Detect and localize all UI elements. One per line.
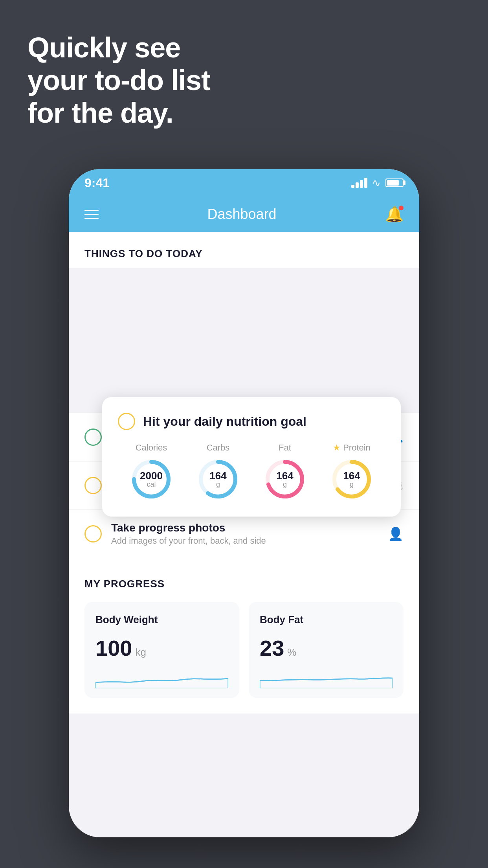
carbs-donut: 164 g [196,458,240,501]
body-fat-unit: % [287,646,296,658]
todo-circle-photos [84,525,102,542]
notification-bell-icon[interactable]: 🔔 [385,206,404,223]
fat-label: Fat [279,443,291,453]
body-weight-value-row: 100 kg [95,635,228,661]
headline: Quickly see your to-do list for the day. [28,31,210,129]
my-progress-section: MY PROGRESS Body Weight 100 kg Body Fat … [69,558,419,714]
carbs-label: Carbs [207,443,230,453]
body-fat-value: 23 [260,635,284,661]
todo-sub-photos: Add images of your front, back, and side [111,536,378,546]
body-weight-unit: kg [135,646,146,658]
nutrition-checkbox[interactable] [118,413,135,430]
header-title: Dashboard [207,206,276,223]
todo-title-photos: Take progress photos [111,522,378,534]
fat-unit: g [276,481,293,488]
calories-item: Calories 2000 cal [130,443,173,501]
my-progress-title: MY PROGRESS [84,578,404,590]
phone-mockup: 9:41 ∿ Dashboard 🔔 THINGS TO DO T [69,169,419,837]
wifi-icon: ∿ [372,177,381,189]
todo-circle-track-body [84,477,102,494]
nutrition-card: Hit your daily nutrition goal Calories 2… [102,397,401,517]
todo-item-photos[interactable]: Take progress photos Add images of your … [69,510,419,558]
battery-icon [385,178,404,187]
fat-item: Fat 164 g [263,443,306,501]
protein-unit: g [343,481,360,488]
status-time: 9:41 [84,176,110,190]
todo-circle-running [84,428,102,446]
headline-line2: your to-do list [28,64,210,97]
body-fat-card[interactable]: Body Fat 23 % [249,602,404,698]
carbs-value: 164 [209,471,226,481]
body-weight-title: Body Weight [95,614,228,626]
headline-line3: for the day. [28,97,210,129]
body-weight-card[interactable]: Body Weight 100 kg [84,602,239,698]
fat-donut: 164 g [263,458,306,501]
protein-donut: 164 g [330,458,373,501]
carbs-item: Carbs 164 g [196,443,240,501]
body-fat-title: Body Fat [260,614,393,626]
fat-value: 164 [276,471,293,481]
notification-dot [399,206,404,210]
nutrition-card-title: Hit your daily nutrition goal [143,414,306,429]
headline-line1: Quickly see [28,31,210,64]
progress-cards: Body Weight 100 kg Body Fat 23 % [84,602,404,698]
todo-text-photos: Take progress photos Add images of your … [111,522,378,546]
protein-label: ★ Protein [333,443,371,453]
menu-button[interactable] [84,210,99,219]
protein-item: ★ Protein 164 g [330,443,373,501]
signal-bars-icon [351,178,367,188]
body-fat-value-row: 23 % [260,635,393,661]
calories-donut: 2000 cal [130,458,173,501]
star-icon: ★ [333,443,341,453]
calories-label: Calories [136,443,167,453]
body-fat-chart [260,669,393,688]
things-to-do-section: THINGS TO DO TODAY [69,232,419,268]
calories-value: 2000 [140,471,163,481]
calories-unit: cal [140,481,163,488]
body-weight-chart [95,669,228,688]
carbs-unit: g [209,481,226,488]
status-bar: 9:41 ∿ [69,169,419,197]
nutrition-row: Calories 2000 cal Carbs [118,443,385,501]
protein-value: 164 [343,471,360,481]
app-header: Dashboard 🔔 [69,197,419,232]
status-icons: ∿ [351,177,404,189]
things-to-do-title: THINGS TO DO TODAY [84,248,404,260]
body-weight-value: 100 [95,635,132,661]
person-icon: 👤 [388,526,404,541]
